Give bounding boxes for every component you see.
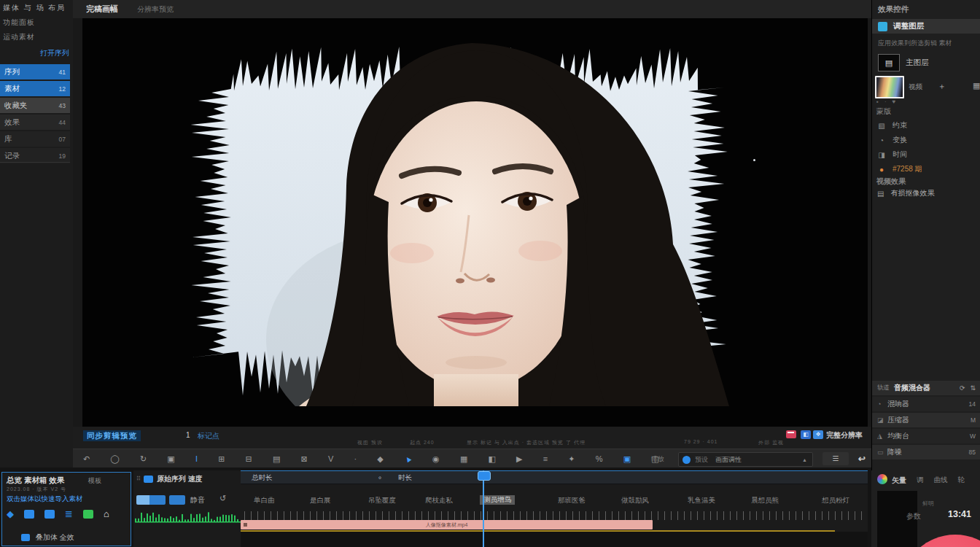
sidebar-item-4[interactable]: 效果44 [0,115,70,130]
redo-icon[interactable]: ↻ [140,449,147,468]
mixer-row-1[interactable]: ◔混响器14 [872,397,980,411]
list-icon[interactable]: ≡ [543,449,548,468]
mixer-header[interactable]: 轨道 音频混合器 ⟳ ⇅ [872,381,980,395]
sidebar-item-2[interactable]: 素材12 [0,81,70,96]
ruler-label-3[interactable]: 吊坠覆度 [368,496,396,505]
clip-thumbnail[interactable] [875,76,904,98]
menu-line-1[interactable]: 媒体 与 场 布局 [3,3,66,13]
play-icon[interactable]: ▶ [516,449,522,468]
safe-area-icon[interactable]: ▣ [167,449,174,468]
add-keyframe-icon[interactable]: ＋ [938,81,946,92]
menu-line-3[interactable]: 运动素材 [3,32,35,42]
lasso-icon[interactable]: ◯ [110,449,119,468]
settings-wrench-icon[interactable]: ❖ [813,430,823,439]
scope-tab-2[interactable]: 曲线 [934,476,948,485]
layout-list-button[interactable]: ☰ [822,452,849,465]
record-icon[interactable]: ◉ [432,449,440,468]
project-clip-icon-5[interactable] [83,510,93,519]
timeline-work-bar[interactable] [241,471,868,484]
project-clip-icon-3[interactable] [44,510,55,519]
ruler-label-4[interactable]: 爬枝走私 [425,496,453,505]
sidebar-item-5[interactable]: 库07 [0,131,70,147]
mixer-row-4[interactable]: ▭降噪85 [872,445,980,459]
ruler-label-9[interactable]: 晨想员熊 [751,496,779,505]
loop-icon[interactable]: ↺ [219,494,226,503]
sequence-name[interactable]: 原始序列 速度 [157,474,203,484]
track-toggle-button[interactable] [136,495,166,505]
property-group-2[interactable]: ◔变换 [872,133,980,147]
percent-icon[interactable]: % [596,449,603,468]
toggle-icon[interactable] [682,456,691,464]
marker-label[interactable]: 标记点 [198,431,219,441]
mute-label[interactable]: 静音 [190,495,205,505]
mixer-row-3[interactable]: ◮均衡台W [872,429,980,443]
selected-clip-row[interactable]: 调整图层 [872,19,980,34]
monitor-toggle-icon[interactable]: ▣ [623,449,631,468]
project-brush-icon[interactable]: ◆ [7,509,14,519]
refresh-icon[interactable]: ⟳ [960,384,965,392]
grid-toggle-icon[interactable]: ▦ [973,81,980,90]
tab-resolution-preview[interactable]: 分辨率预览 [137,4,174,15]
project-panel[interactable]: 总览 素材箱 效果 模板 2023.08 · 版本 V2 号 双击媒体以快速导入… [1,472,131,546]
ruler-label-10[interactable]: 想员粉灯 [822,496,849,505]
slip-tool-icon[interactable]: ◧ [488,449,495,468]
project-media-item[interactable]: 叠加体 全效 [21,532,74,543]
dot-icon[interactable]: · [354,449,357,468]
ruler-label-1[interactable]: 单白曲 [254,496,275,505]
master-clip-row[interactable]: ▤ 主图层 [878,54,929,71]
timeline-panel[interactable]: 人像抠像素材.mp4 总时长∘时长单白曲是白展吊坠覆度爬枝走私测员增鸟那班医爸做… [241,470,868,547]
pen-tool-icon[interactable]: ◆ [377,449,383,468]
effect-row[interactable]: ▤ 有损抠像效果 [872,188,934,198]
scope-tab-active[interactable]: 13:41 [948,509,971,519]
export-frame-icon[interactable] [786,430,796,438]
sidebar-item-3[interactable]: 收藏夹43 [0,98,70,113]
scope-tab-1[interactable]: 调 [917,476,924,485]
cursor-icon[interactable]: ▲ [400,449,417,469]
playhead-handle[interactable] [478,471,491,481]
ibeam-icon[interactable]: I [195,449,198,468]
caret-up-icon[interactable]: ▲ [802,457,807,462]
effects-icon[interactable]: ✦ [568,449,575,468]
tab-program-monitor[interactable]: 完稿画幅 [86,4,118,15]
video-clip[interactable]: 人像抠像素材.mp4 [241,520,653,529]
menu-line-2[interactable]: 功能面板 [3,18,35,28]
playhead-line[interactable] [483,470,484,547]
video-frame[interactable] [82,18,868,427]
keyboard-icon[interactable]: ▦ [460,449,467,468]
ruler-label-5[interactable]: 测员增鸟 [480,495,515,505]
sidebar-item-1[interactable]: 序列41 [0,64,70,79]
scope-tab-inactive[interactable]: 参数 [906,511,921,521]
property-group-4[interactable]: ●#7258 期 [872,162,980,176]
property-group-1[interactable]: ▧约束 [872,118,980,133]
ruler-label-7[interactable]: 做鼓励风 [621,496,649,505]
trim-icon[interactable]: ⊟ [246,449,252,468]
undo-icon[interactable]: ↶ [83,449,90,468]
import-media-link[interactable]: 双击媒体以快速导入素材 [7,494,83,504]
track-select-icon[interactable]: ▤ [273,449,280,468]
mask-label[interactable]: 蒙版 [876,106,891,117]
track-solo-button[interactable] [169,495,185,505]
preset-dropdown[interactable]: 预设 画面调性 ▲ [678,452,813,467]
grid-icon[interactable]: ⊞ [218,449,225,468]
ruler-label-2[interactable]: 是白展 [310,496,331,505]
property-group-3[interactable]: ◨时间 [872,147,980,162]
scope-tab-3[interactable]: 轮 [958,476,965,485]
drag-handle-icon[interactable]: ⠿ [136,476,141,482]
resolution-label[interactable]: 完整分辨率 [826,430,863,441]
empty-track-area[interactable] [241,532,868,547]
return-button[interactable]: ↩ [855,452,869,465]
sidebar-item-6[interactable]: 记录19 [0,148,70,163]
timecode-display[interactable]: 同步剪辑预览 [83,430,141,441]
ruler-label-6[interactable]: 那班医爸 [558,496,586,505]
sort-icon[interactable]: ⇅ [970,384,976,392]
project-list-icon[interactable]: ≣ [65,509,73,519]
ruler-label-8[interactable]: 乳鱼温美 [688,496,715,505]
razor-icon[interactable]: ⊠ [301,449,308,468]
project-home-icon[interactable]: ⌂ [104,509,109,519]
project-clip-icon-2[interactable] [24,510,34,519]
mixer-row-2[interactable]: ◪压缩器M [872,413,980,427]
scopes-label[interactable]: 矢量 [892,476,906,486]
compare-view-icon[interactable]: ◧ [801,430,811,439]
select-tool-icon[interactable]: V [328,449,333,468]
open-sequence-link[interactable]: 打开序列 [40,48,69,58]
